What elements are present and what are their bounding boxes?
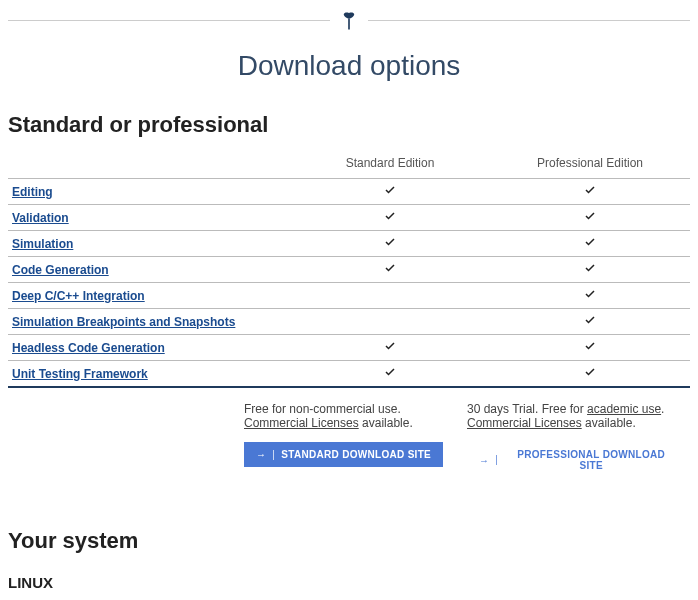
col-header-professional: Professional Edition xyxy=(490,150,690,179)
ornament-icon xyxy=(340,10,358,30)
standard-note: Free for non-commercial use. Commercial … xyxy=(244,402,467,430)
editions-heading: Standard or professional xyxy=(8,112,690,138)
feature-std-cell xyxy=(290,231,490,257)
feature-link[interactable]: Simulation xyxy=(12,237,73,251)
feature-row: Code Generation xyxy=(8,257,690,283)
commercial-licenses-link-pro[interactable]: Commercial Licenses xyxy=(467,416,582,430)
feature-row: Headless Code Generation xyxy=(8,335,690,361)
check-icon xyxy=(584,210,596,225)
feature-link[interactable]: Headless Code Generation xyxy=(12,341,165,355)
feature-std-cell xyxy=(290,179,490,205)
check-icon xyxy=(584,314,596,329)
ornament-divider xyxy=(8,10,690,30)
page-title: Download options xyxy=(8,50,690,82)
check-icon xyxy=(384,366,396,381)
feature-link[interactable]: Code Generation xyxy=(12,263,109,277)
professional-download-site-button[interactable]: → Professional Download Site xyxy=(467,442,690,478)
feature-pro-cell xyxy=(490,179,690,205)
feature-row: Simulation Breakpoints and Snapshots xyxy=(8,309,690,335)
check-icon xyxy=(384,210,396,225)
edition-download-row: → Standard Download Site → Professional … xyxy=(8,442,690,478)
check-icon xyxy=(384,184,396,199)
feature-std-cell xyxy=(290,335,490,361)
standard-download-site-button[interactable]: → Standard Download Site xyxy=(244,442,443,467)
feature-pro-cell xyxy=(490,205,690,231)
your-system-heading: Your system xyxy=(8,528,690,554)
feature-row: Unit Testing Framework xyxy=(8,361,690,388)
feature-link[interactable]: Unit Testing Framework xyxy=(12,367,148,381)
arrow-right-icon: → xyxy=(479,455,489,466)
feature-table: Standard Edition Professional Edition Ed… xyxy=(8,150,690,388)
commercial-licenses-link[interactable]: Commercial Licenses xyxy=(244,416,359,430)
feature-link[interactable]: Deep C/C++ Integration xyxy=(12,289,145,303)
feature-pro-cell xyxy=(490,309,690,335)
feature-pro-cell xyxy=(490,231,690,257)
check-icon xyxy=(584,366,596,381)
col-header-standard: Standard Edition xyxy=(290,150,490,179)
feature-row: Deep C/C++ Integration xyxy=(8,283,690,309)
academic-use-link[interactable]: academic use xyxy=(587,402,661,416)
feature-pro-cell xyxy=(490,257,690,283)
feature-row: Editing xyxy=(8,179,690,205)
feature-row: Simulation xyxy=(8,231,690,257)
feature-link[interactable]: Simulation Breakpoints and Snapshots xyxy=(12,315,235,329)
feature-link[interactable]: Editing xyxy=(12,185,53,199)
check-icon xyxy=(384,262,396,277)
feature-std-cell xyxy=(290,283,490,309)
check-icon xyxy=(584,340,596,355)
os-label: LINUX xyxy=(8,574,690,591)
check-icon xyxy=(384,236,396,251)
feature-link[interactable]: Validation xyxy=(12,211,69,225)
check-icon xyxy=(584,184,596,199)
arrow-right-icon: → xyxy=(256,449,266,460)
feature-row: Validation xyxy=(8,205,690,231)
feature-pro-cell xyxy=(490,283,690,309)
feature-std-cell xyxy=(290,257,490,283)
edition-notes: Free for non-commercial use. Commercial … xyxy=(8,402,690,430)
rule-left xyxy=(8,20,330,21)
rule-right xyxy=(368,20,690,21)
feature-pro-cell xyxy=(490,361,690,388)
professional-note: 30 days Trial. Free for academic use. Co… xyxy=(467,402,690,430)
feature-pro-cell xyxy=(490,335,690,361)
feature-std-cell xyxy=(290,309,490,335)
check-icon xyxy=(584,262,596,277)
check-icon xyxy=(584,236,596,251)
check-icon xyxy=(384,340,396,355)
feature-std-cell xyxy=(290,361,490,388)
feature-std-cell xyxy=(290,205,490,231)
check-icon xyxy=(584,288,596,303)
